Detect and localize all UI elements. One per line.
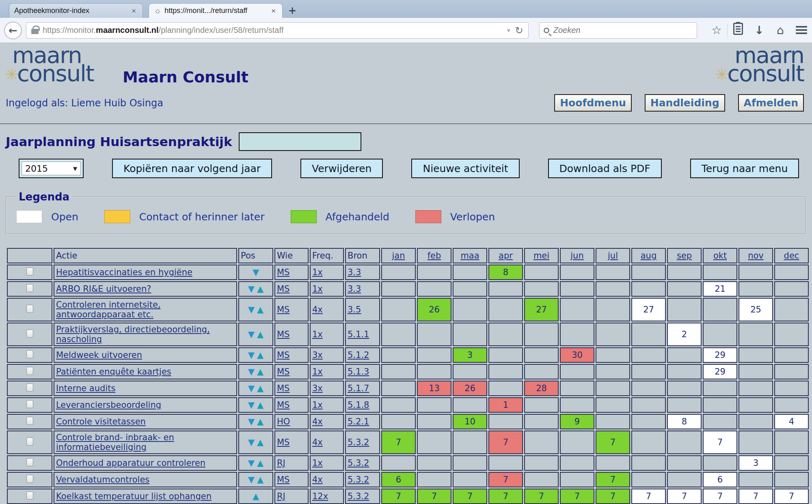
bron-link[interactable]: 5.3.2: [348, 491, 369, 501]
month-link[interactable]: okt: [713, 251, 727, 261]
freq-link[interactable]: 1x: [312, 400, 323, 410]
wie-link[interactable]: MS: [277, 383, 289, 393]
new-tab-button[interactable]: +: [283, 5, 302, 18]
move-down-icon[interactable]: ▼: [247, 305, 256, 314]
month-link[interactable]: nov: [748, 251, 764, 261]
url-bar[interactable]: https://monitor.maarnconsult.nl/planning…: [26, 22, 529, 39]
bron-link[interactable]: 3.3: [348, 267, 361, 277]
close-icon[interactable]: ×: [270, 6, 277, 15]
wie-link[interactable]: HO: [277, 417, 290, 426]
bron-link[interactable]: 3.5: [348, 305, 361, 314]
bron-link[interactable]: 5.1.7: [348, 383, 369, 393]
row-checkbox[interactable]: [26, 417, 33, 425]
url-dropdown-icon[interactable]: ▾: [504, 27, 514, 34]
action-link[interactable]: Meldweek uitvoeren: [56, 350, 142, 360]
move-down-icon[interactable]: ▼: [247, 458, 256, 468]
month-link[interactable]: dec: [784, 251, 799, 261]
year-select[interactable]: 2015 ▼: [19, 159, 84, 178]
row-checkbox[interactable]: [26, 350, 33, 358]
month-cell[interactable]: 6: [703, 472, 737, 487]
month-cell[interactable]: 7: [524, 489, 559, 504]
month-cell[interactable]: 7: [453, 489, 487, 504]
bron-link[interactable]: 5.3.2: [348, 475, 369, 485]
bookmark-star-icon[interactable]: ☆: [706, 24, 727, 37]
action-link[interactable]: Controle brand- inbraak- en informatiebe…: [56, 433, 174, 452]
freq-link[interactable]: 4x: [312, 475, 323, 485]
move-down-icon[interactable]: ▼: [247, 350, 256, 360]
action-link[interactable]: Patiënten enquête kaartjes: [56, 367, 171, 377]
month-link[interactable]: aug: [641, 251, 657, 261]
bron-link[interactable]: 5.1.3: [348, 367, 369, 377]
wie-link[interactable]: MS: [277, 350, 289, 360]
freq-link[interactable]: 1x: [312, 367, 323, 377]
move-down-icon[interactable]: ▼: [247, 367, 256, 377]
month-link[interactable]: jan: [392, 251, 405, 261]
freq-link[interactable]: 1x: [312, 284, 323, 294]
move-up-icon[interactable]: ▲: [251, 491, 260, 501]
action-button[interactable]: Terug naar menu: [690, 159, 799, 178]
month-cell[interactable]: 7: [488, 472, 523, 487]
action-button[interactable]: Kopiëren naar volgend jaar: [112, 159, 272, 178]
header-button-hoofdmenu[interactable]: Hoofdmenu: [554, 94, 632, 112]
header-button-afmelden[interactable]: Afmelden: [738, 94, 804, 112]
freq-link[interactable]: 4x: [312, 437, 323, 447]
month-link[interactable]: jul: [608, 251, 618, 261]
wie-link[interactable]: MS: [277, 267, 289, 277]
back-button[interactable]: ←: [4, 22, 22, 39]
month-cell[interactable]: 7: [381, 431, 416, 454]
search-input[interactable]: [553, 26, 693, 35]
close-icon[interactable]: ×: [130, 6, 138, 15]
month-cell[interactable]: 7: [488, 489, 523, 504]
bron-link[interactable]: 5.1.2: [348, 350, 369, 360]
move-up-icon[interactable]: ▲: [256, 350, 265, 360]
tab-apotheekmonitor[interactable]: Apotheekmonitor-index ×: [9, 3, 143, 18]
month-cell[interactable]: 3: [739, 455, 773, 471]
month-cell[interactable]: 9: [560, 414, 594, 429]
home-icon[interactable]: ⌂: [770, 24, 791, 37]
freq-link[interactable]: 1x: [312, 330, 323, 339]
move-down-icon[interactable]: ▼: [247, 417, 256, 426]
month-cell[interactable]: 2: [667, 323, 702, 346]
freq-link[interactable]: 12x: [312, 491, 328, 501]
row-checkbox[interactable]: [26, 284, 33, 292]
move-down-icon[interactable]: ▼: [247, 437, 256, 447]
row-checkbox[interactable]: [26, 367, 33, 375]
action-link[interactable]: Controle visitetassen: [56, 417, 146, 426]
action-link[interactable]: Hepatitisvaccinaties en hygiëne: [56, 267, 192, 277]
month-cell[interactable]: 13: [417, 381, 451, 396]
move-down-icon[interactable]: ▼: [247, 383, 256, 393]
month-cell[interactable]: 27: [631, 298, 666, 321]
month-link[interactable]: apr: [499, 251, 513, 261]
move-up-icon[interactable]: ▲: [256, 417, 265, 426]
move-up-icon[interactable]: ▲: [256, 475, 265, 485]
action-link[interactable]: Koelkast temperatuur lijst ophangen: [56, 491, 212, 501]
reading-list-icon[interactable]: [728, 23, 749, 38]
month-cell[interactable]: 7: [631, 489, 666, 504]
month-cell[interactable]: 7: [560, 489, 594, 504]
action-link[interactable]: Interne audits: [56, 383, 115, 393]
move-down-icon[interactable]: ▼: [247, 400, 256, 410]
month-cell[interactable]: 26: [453, 381, 487, 396]
move-down-icon[interactable]: ▼: [247, 330, 256, 339]
month-cell[interactable]: 7: [739, 489, 773, 504]
month-cell[interactable]: 26: [417, 298, 451, 321]
reload-icon[interactable]: ↻: [514, 25, 525, 36]
move-up-icon[interactable]: ▲: [256, 367, 265, 377]
row-checkbox[interactable]: [26, 458, 33, 466]
action-button[interactable]: Download als PDF: [548, 159, 662, 178]
month-cell[interactable]: 1: [488, 397, 523, 413]
bron-link[interactable]: 5.2.1: [348, 417, 369, 426]
row-checkbox[interactable]: [26, 475, 33, 483]
wie-link[interactable]: MS: [277, 330, 289, 339]
freq-link[interactable]: 1x: [312, 267, 323, 277]
row-checkbox[interactable]: [26, 383, 33, 392]
header-button-handleiding[interactable]: Handleiding: [645, 94, 725, 112]
action-button[interactable]: Verwijderen: [300, 159, 383, 178]
row-checkbox[interactable]: [26, 491, 33, 500]
downloads-icon[interactable]: ↓: [749, 24, 770, 37]
month-link[interactable]: sep: [677, 251, 692, 261]
move-up-icon[interactable]: ▲: [256, 330, 265, 339]
action-link[interactable]: Leveranciersbeoordeling: [56, 400, 161, 410]
month-cell[interactable]: 6: [381, 472, 416, 487]
wie-link[interactable]: RJ: [277, 458, 285, 468]
